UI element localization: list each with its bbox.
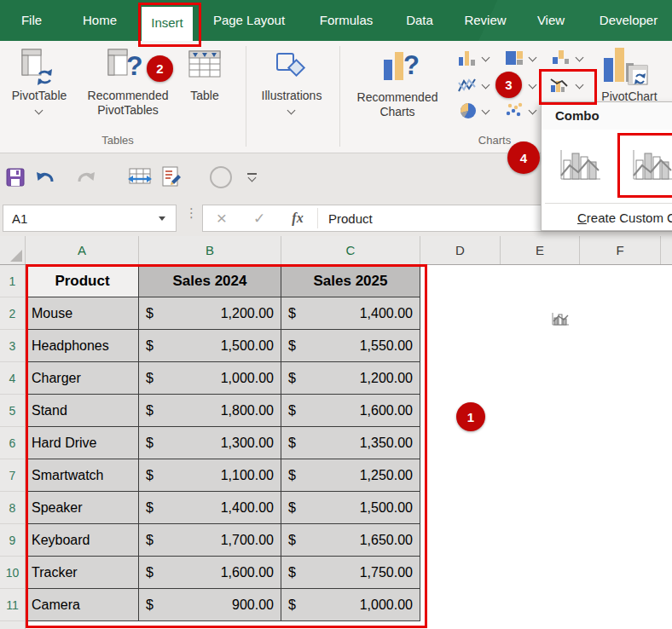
tab-formulas[interactable]: Formulas (310, 0, 382, 41)
column-header-B[interactable]: B (139, 236, 281, 264)
chevron-down-icon[interactable] (287, 107, 296, 115)
select-all-corner[interactable] (0, 236, 26, 264)
table-width-icon[interactable] (128, 153, 152, 200)
tab-review[interactable]: Review (457, 0, 513, 41)
tab-data[interactable]: Data (397, 0, 442, 41)
column-headers: ABCDEF (0, 236, 672, 265)
annotation-box-insert-tab (138, 3, 201, 47)
pie-chart-icon[interactable] (459, 101, 478, 124)
column-header-E[interactable]: E (501, 236, 580, 264)
annotation-box-combo-button (539, 69, 597, 105)
column-header-C[interactable]: C (281, 236, 420, 264)
spreadsheet: ABCDEF 1ProductSales 2024Sales 20252Mous… (0, 236, 672, 629)
column-header-partial[interactable] (661, 236, 672, 264)
row-header-7[interactable]: 7 (0, 459, 26, 492)
row-header-11[interactable]: 11 (0, 589, 26, 621)
scatter-chart-icon[interactable] (504, 101, 524, 124)
enter-icon[interactable]: ✓ (240, 210, 278, 228)
circle-icon[interactable] (210, 153, 232, 200)
customize-toolbar-icon[interactable] (247, 153, 257, 200)
annotation-step-1-badge: 1 (456, 402, 485, 431)
create-custom-combo-item[interactable]: Create Custom Combo Chart... (542, 204, 672, 231)
row-header-9[interactable]: 9 (0, 524, 26, 557)
waterfall-chart-icon[interactable] (551, 49, 571, 71)
tab-home[interactable]: Home (75, 0, 125, 41)
hierarchy-chart-icon[interactable] (504, 49, 524, 71)
edit-form-icon[interactable] (160, 153, 182, 200)
recommended-charts-button[interactable]: Recommended Charts (345, 90, 450, 119)
table-button[interactable]: Table (177, 89, 232, 103)
formula-value: Product (318, 211, 373, 226)
combo-menu-title: Combo (542, 102, 672, 130)
row-header-10[interactable]: 10 (0, 557, 26, 589)
chevron-down-icon[interactable] (482, 54, 490, 62)
pivottable-button[interactable]: PivotTable (0, 89, 78, 103)
recommended-pivottables-button[interactable]: Recommended PivotTables (78, 89, 178, 118)
group-separator (339, 46, 340, 147)
tab-view[interactable]: View (529, 0, 573, 41)
pivottable-icon (21, 48, 52, 89)
svg-text:?: ? (126, 50, 143, 81)
row-header-2[interactable]: 2 (0, 297, 26, 330)
annotation-step-2-badge: 2 (147, 55, 173, 82)
annotation-step-4-badge: 4 (507, 141, 540, 174)
insert-function-icon[interactable]: fx (278, 211, 317, 226)
column-header-D[interactable]: D (420, 236, 501, 264)
column-header-F[interactable]: F (580, 236, 661, 264)
chevron-down-icon[interactable] (529, 107, 537, 115)
chevron-down-icon[interactable] (576, 54, 584, 62)
recommended-charts-icon: ? (380, 48, 423, 85)
row-header-8[interactable]: 8 (0, 492, 26, 524)
table-icon (188, 44, 221, 85)
tables-group-label: Tables (85, 134, 150, 147)
illustrations-button[interactable]: Illustrations (254, 89, 329, 103)
name-box-dropdown-icon[interactable] (159, 216, 165, 221)
cancel-icon[interactable]: × (203, 208, 240, 228)
chevron-down-icon[interactable] (482, 107, 490, 115)
tab-page-layout[interactable]: Page Layout (205, 0, 293, 41)
column-chart-icon[interactable] (457, 49, 478, 71)
group-separator (246, 46, 246, 147)
svg-text:?: ? (403, 50, 420, 80)
recommended-pivottables-icon: ? (107, 46, 148, 85)
name-box-value: A1 (3, 211, 159, 226)
pivotchart-icon (602, 44, 650, 92)
redo-icon[interactable] (75, 153, 97, 200)
chevron-down-icon[interactable] (482, 81, 490, 89)
row-header-1[interactable]: 1 (0, 265, 26, 297)
chevron-down-icon[interactable] (529, 81, 537, 89)
column-header-A[interactable]: A (26, 236, 139, 264)
annotation-step-3-badge: 3 (495, 72, 522, 98)
row-header-6[interactable]: 6 (0, 427, 26, 459)
undo-icon[interactable] (34, 153, 56, 200)
clustered-column-line-icon[interactable] (556, 147, 604, 188)
row-header-sliver (0, 621, 26, 629)
line-chart-icon[interactable] (457, 76, 478, 98)
illustrations-icon (275, 51, 309, 85)
row-header-5[interactable]: 5 (0, 395, 26, 427)
row-header-3[interactable]: 3 (0, 330, 26, 362)
name-box[interactable]: A1 (3, 205, 177, 232)
resize-handle-dots[interactable]: ⋮ (185, 205, 198, 221)
ribbon-tab-bar: FileHomeInsertPage LayoutFormulasDataRev… (0, 0, 672, 41)
chevron-down-icon[interactable] (529, 54, 537, 62)
tab-developer[interactable]: Developer (588, 0, 669, 41)
custom-combo-mini-icon (550, 311, 571, 329)
tab-file[interactable]: File (12, 0, 51, 41)
save-icon[interactable] (6, 153, 25, 200)
chevron-down-icon[interactable] (35, 107, 43, 115)
annotation-box-data-range (26, 264, 427, 628)
row-header-4[interactable]: 4 (0, 362, 26, 395)
annotation-box-combo-option (617, 133, 672, 198)
